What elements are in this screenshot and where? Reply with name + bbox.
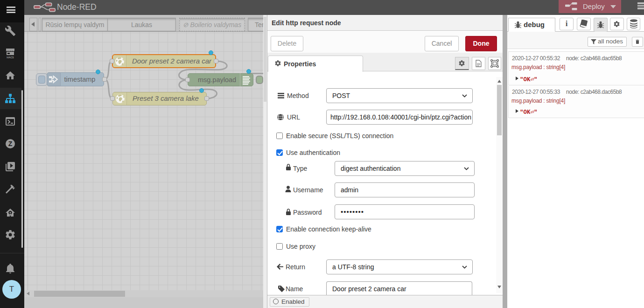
svg-text:Z: Z	[8, 140, 13, 147]
svg-text:HACS: HACS	[7, 56, 14, 59]
